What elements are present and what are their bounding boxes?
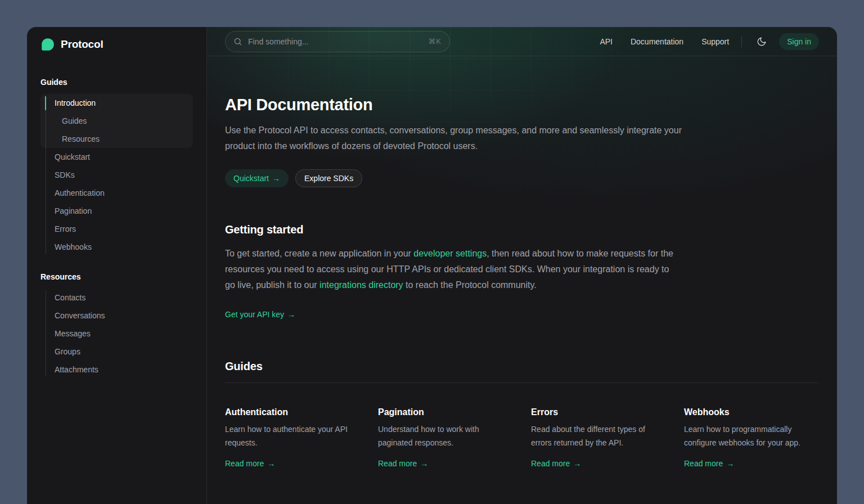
- explore-sdks-button[interactable]: Explore SDKs: [295, 169, 362, 187]
- app-window: Protocol Guides Introduction Guides Reso…: [27, 27, 837, 504]
- sidebar-nav-guides: Introduction Guides Resources Quickstart…: [40, 94, 193, 256]
- top-nav: API Documentation Support: [600, 37, 729, 46]
- search-bar[interactable]: ⌘K: [225, 31, 450, 52]
- read-more-label: Read more: [531, 459, 570, 468]
- top-bar: ⌘K API Documentation Support Sign in: [207, 27, 837, 56]
- search-input[interactable]: [248, 37, 422, 46]
- nav-divider: [741, 36, 742, 47]
- sidebar-item-introduction[interactable]: Introduction: [40, 94, 193, 112]
- quickstart-button-label: Quickstart: [233, 174, 269, 183]
- nav-link-support[interactable]: Support: [701, 37, 729, 46]
- getting-started-text-3: to reach the Protocol community.: [403, 280, 537, 290]
- card-description: Learn how to programmatically configure …: [684, 422, 819, 449]
- guide-card-pagination: Pagination Understand how to work with p…: [378, 407, 513, 469]
- integrations-directory-link[interactable]: integrations directory: [320, 280, 403, 290]
- card-description: Understand how to work with paginated re…: [378, 422, 513, 449]
- sidebar-section-title: Resources: [40, 272, 193, 281]
- getting-started-heading: Getting started: [225, 223, 819, 236]
- sidebar-section-resources: Resources Contacts Conversations Message…: [40, 272, 193, 379]
- sidebar-item-webhooks[interactable]: Webhooks: [40, 238, 193, 256]
- sidebar-item-contacts[interactable]: Contacts: [40, 289, 193, 307]
- guide-card-errors: Errors Read about the different types of…: [531, 407, 666, 469]
- card-title: Authentication: [225, 407, 360, 417]
- sidebar-section-title: Guides: [40, 78, 193, 87]
- card-description: Learn how to authenticate your API reque…: [225, 422, 360, 449]
- sidebar-item-introduction-resources[interactable]: Resources: [40, 130, 193, 148]
- sidebar-nav-resources: Contacts Conversations Messages Groups A…: [40, 289, 193, 379]
- sidebar-item-pagination[interactable]: Pagination: [40, 202, 193, 220]
- card-title: Pagination: [378, 407, 513, 417]
- read-more-link[interactable]: Read more →: [225, 459, 275, 468]
- theme-toggle-button[interactable]: [754, 34, 769, 49]
- arrow-right-icon: →: [272, 174, 280, 183]
- search-icon: [233, 37, 242, 46]
- read-more-label: Read more: [378, 459, 417, 468]
- get-api-key-link[interactable]: Get your API key →: [225, 310, 295, 319]
- guide-card-authentication: Authentication Learn how to authenticate…: [225, 407, 360, 469]
- sidebar-section-guides: Guides Introduction Guides Resources Qui…: [40, 78, 193, 256]
- guides-heading: Guides: [225, 360, 819, 373]
- active-nav-group: Introduction Guides Resources: [40, 94, 193, 148]
- guides-divider: [225, 382, 819, 383]
- sidebar-item-authentication[interactable]: Authentication: [40, 184, 193, 202]
- search-shortcut-hint: ⌘K: [428, 37, 442, 46]
- explore-sdks-button-label: Explore SDKs: [304, 174, 353, 183]
- nav-link-api[interactable]: API: [600, 37, 613, 46]
- protocol-logo-icon: [40, 37, 55, 52]
- page-intro: Use the Protocol API to access contacts,…: [225, 123, 695, 154]
- sidebar-item-quickstart[interactable]: Quickstart: [40, 148, 193, 166]
- sidebar-item-conversations[interactable]: Conversations: [40, 307, 193, 325]
- getting-started-text-1: To get started, create a new application…: [225, 249, 413, 258]
- page-content: API Documentation Use the Protocol API t…: [207, 56, 837, 504]
- sign-in-button[interactable]: Sign in: [779, 33, 819, 50]
- get-api-key-label: Get your API key: [225, 310, 284, 319]
- quickstart-button[interactable]: Quickstart →: [225, 169, 289, 187]
- moon-icon: [757, 37, 767, 47]
- page-title: API Documentation: [225, 96, 819, 114]
- card-title: Errors: [531, 407, 666, 417]
- hero-actions: Quickstart → Explore SDKs: [225, 169, 819, 187]
- brand-name: Protocol: [61, 38, 103, 51]
- arrow-right-icon: →: [287, 310, 295, 319]
- getting-started-paragraph: To get started, create a new application…: [225, 246, 675, 293]
- read-more-label: Read more: [684, 459, 723, 468]
- arrow-right-icon: →: [726, 459, 734, 468]
- read-more-link[interactable]: Read more →: [684, 459, 734, 468]
- developer-settings-link[interactable]: developer settings: [413, 249, 487, 258]
- sidebar: Protocol Guides Introduction Guides Reso…: [27, 27, 207, 504]
- sidebar-item-introduction-guides[interactable]: Guides: [40, 112, 193, 130]
- brand-logo[interactable]: Protocol: [40, 37, 193, 52]
- sidebar-item-errors[interactable]: Errors: [40, 220, 193, 238]
- guides-grid: Authentication Learn how to authenticate…: [225, 407, 819, 469]
- card-description: Read about the different types of errors…: [531, 422, 666, 449]
- main-area: ⌘K API Documentation Support Sign in: [207, 27, 837, 504]
- sidebar-item-attachments[interactable]: Attachments: [40, 361, 193, 379]
- nav-link-documentation[interactable]: Documentation: [631, 37, 683, 46]
- read-more-link[interactable]: Read more →: [531, 459, 581, 468]
- sidebar-item-sdks[interactable]: SDKs: [40, 166, 193, 184]
- sidebar-item-groups[interactable]: Groups: [40, 343, 193, 361]
- read-more-label: Read more: [225, 459, 264, 468]
- card-title: Webhooks: [684, 407, 819, 417]
- arrow-right-icon: →: [267, 459, 275, 468]
- top-right-nav: API Documentation Support Sign in: [600, 33, 819, 50]
- sidebar-item-messages[interactable]: Messages: [40, 325, 193, 343]
- guide-card-webhooks: Webhooks Learn how to programmatically c…: [684, 407, 819, 469]
- read-more-link[interactable]: Read more →: [378, 459, 428, 468]
- arrow-right-icon: →: [573, 459, 581, 468]
- arrow-right-icon: →: [420, 459, 428, 468]
- active-indicator: [45, 96, 46, 110]
